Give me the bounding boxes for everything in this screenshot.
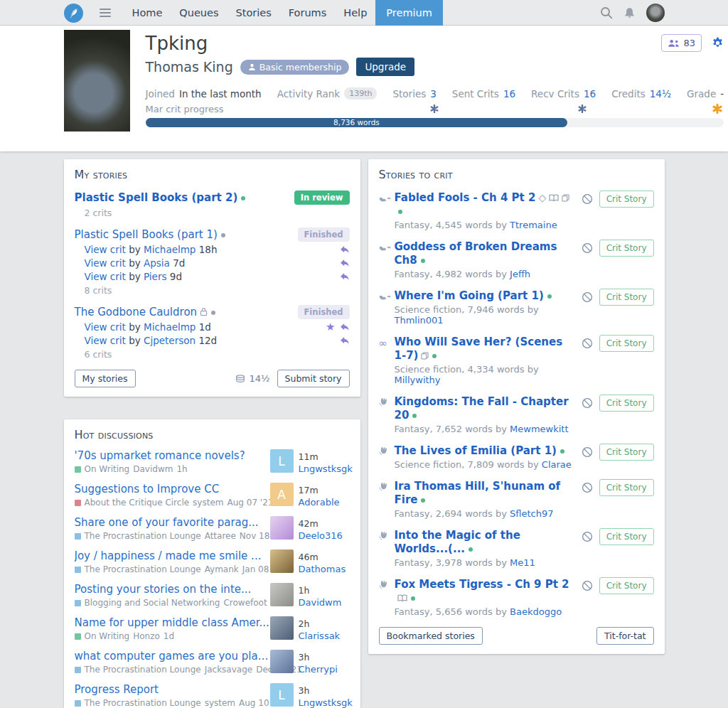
notifications-bell-icon[interactable]: [624, 7, 635, 18]
hide-story-ban-icon[interactable]: [582, 338, 593, 349]
queue-story-title-link[interactable]: Fabled Fools - Ch 4 Pt 2: [395, 191, 536, 204]
author-link[interactable]: Baekdoggo: [510, 606, 562, 617]
last-poster-avatar[interactable]: [270, 549, 294, 573]
crit-story-button[interactable]: Crit Story: [599, 191, 654, 208]
discussion-title-link[interactable]: Progress Report: [75, 683, 270, 696]
queue-story-title-link[interactable]: Fox Meets Tigress - Ch 9 Pt 2: [395, 578, 569, 591]
last-poster-link[interactable]: Lngwstksgk: [299, 697, 353, 708]
menu-icon[interactable]: [100, 9, 111, 17]
author-link[interactable]: Me11: [510, 557, 535, 568]
discussion-title-link[interactable]: Posting your stories on the inte...: [75, 583, 270, 596]
lock-icon: [200, 307, 208, 316]
last-poster-link[interactable]: Dathomas: [299, 563, 346, 575]
author-link[interactable]: Millywithy: [395, 375, 441, 385]
reply-arrow-icon[interactable]: [340, 245, 350, 254]
last-poster-link[interactable]: Deelo316: [299, 530, 343, 542]
last-poster-avatar[interactable]: A: [270, 483, 294, 506]
last-poster-link[interactable]: Cherrypi: [299, 663, 338, 675]
critter-username-link[interactable]: Apsia: [144, 257, 170, 269]
discussion-title-link[interactable]: what computer games are you play...: [75, 650, 270, 663]
nav-link[interactable]: Home: [124, 0, 171, 26]
reply-arrow-icon[interactable]: [340, 323, 350, 332]
story-title-link[interactable]: Plastic Spell Books (part 2): [75, 191, 238, 204]
view-crit-link[interactable]: View crit: [85, 321, 126, 333]
last-poster-avatar[interactable]: L: [270, 683, 294, 707]
settings-gear-icon[interactable]: [712, 37, 724, 49]
last-poster-avatar[interactable]: [270, 583, 294, 606]
critter-username-link[interactable]: Michaelmp: [144, 244, 196, 255]
crit-story-button[interactable]: Crit Story: [599, 444, 654, 461]
discussion-title-link[interactable]: Suggestions to Improve CC: [75, 483, 270, 495]
crit-story-button[interactable]: Crit Story: [599, 479, 654, 496]
queue-story-title-link[interactable]: Where I'm Going (Part 1): [395, 289, 544, 302]
story-title-link[interactable]: Plastic Spell Books (part 1): [75, 228, 218, 241]
crit-goal-star-gold-icon: [712, 104, 722, 114]
reply-arrow-icon[interactable]: [340, 336, 350, 345]
view-crit-link[interactable]: View crit: [85, 244, 126, 255]
nav-link[interactable]: Queues: [171, 0, 227, 26]
hide-story-ban-icon[interactable]: [582, 580, 593, 591]
site-logo[interactable]: [64, 4, 83, 23]
status-dot: [421, 259, 425, 263]
last-poster-avatar[interactable]: [270, 650, 294, 673]
queue-story-title-link[interactable]: The Lives of Emilia (Part 1): [395, 444, 557, 457]
upgrade-button[interactable]: Upgrade: [356, 58, 414, 76]
critter-username-link[interactable]: Piers: [144, 271, 166, 282]
queue-story-title-link[interactable]: Into the Magic of the Worlds...(...: [395, 529, 520, 555]
crit-story-button[interactable]: Crit Story: [599, 395, 654, 412]
discussion-title-link[interactable]: '70s upmarket romance novels?: [75, 449, 245, 462]
crit-story-button[interactable]: Crit Story: [599, 577, 654, 594]
story-title-link[interactable]: The Godbone Cauldron: [75, 306, 198, 318]
nav-link[interactable]: Forums: [280, 0, 336, 26]
author-link[interactable]: Mewmewkitt: [510, 424, 568, 434]
queue-story-title-link[interactable]: Kingdoms: The Fall - Chapter 20: [395, 395, 569, 422]
critter-username-link[interactable]: Cjpeterson: [144, 335, 196, 346]
discussion-title-link[interactable]: Joy / happiness / made me smile ...: [75, 549, 269, 562]
queue-story-title-link[interactable]: Ira Thomas Hill, S'hunam of Fire: [395, 480, 561, 506]
crit-story-button[interactable]: Crit Story: [599, 335, 654, 352]
queue-story-title-link[interactable]: Who Will Save Her? (Scenes 1-7): [395, 336, 563, 362]
thread-date: Aug 07 '21: [228, 498, 274, 508]
hide-story-ban-icon[interactable]: [582, 531, 593, 542]
author-link[interactable]: Clarae: [542, 459, 572, 470]
author-link[interactable]: Sfletch97: [510, 508, 553, 519]
tit-for-tat-button[interactable]: Tit-for-tat: [596, 627, 654, 645]
view-crit-link[interactable]: View crit: [85, 257, 126, 269]
last-poster-link[interactable]: Adorable: [299, 496, 340, 508]
last-poster-avatar[interactable]: L: [270, 449, 294, 473]
crit-story-button[interactable]: Crit Story: [599, 528, 654, 545]
hide-story-ban-icon[interactable]: [582, 291, 593, 303]
bookmarked-stories-button[interactable]: Bookmarked stories: [379, 627, 483, 645]
premium-button[interactable]: Premium: [375, 0, 443, 26]
reply-arrow-icon[interactable]: [340, 272, 350, 281]
crit-story-button[interactable]: Crit Story: [599, 289, 654, 306]
hide-story-ban-icon[interactable]: [582, 482, 593, 493]
last-poster-link[interactable]: Clarissak: [299, 630, 341, 642]
last-poster-avatar[interactable]: [270, 516, 294, 540]
nav-link[interactable]: Stories: [228, 0, 280, 26]
last-poster-link[interactable]: Davidwm: [299, 596, 342, 608]
last-poster-link[interactable]: Lngwstksgk: [299, 463, 353, 475]
author-link[interactable]: Thmlin001: [395, 315, 444, 326]
hide-story-ban-icon[interactable]: [582, 193, 593, 205]
hide-story-ban-icon[interactable]: [582, 446, 593, 458]
last-poster-avatar[interactable]: [270, 616, 294, 640]
hide-story-ban-icon[interactable]: [582, 397, 593, 409]
author-link[interactable]: Ttremaine: [510, 220, 557, 230]
discussion-title-link[interactable]: Name for upper middle class Amer...: [75, 616, 269, 629]
user-avatar[interactable]: [646, 4, 665, 22]
crit-story-button[interactable]: Crit Story: [599, 240, 654, 257]
search-icon[interactable]: [600, 6, 613, 19]
reply-arrow-icon[interactable]: [340, 259, 350, 268]
submit-story-button[interactable]: Submit story: [277, 370, 350, 387]
view-crit-link[interactable]: View crit: [85, 271, 126, 282]
view-crit-link[interactable]: View crit: [85, 335, 126, 346]
critter-username-link[interactable]: Michaelmp: [144, 321, 196, 333]
buddies-count-badge[interactable]: 83: [661, 34, 702, 52]
nav-link[interactable]: Help: [335, 0, 375, 26]
queue-story-title-link[interactable]: Goddess of Broken Dreams Ch8: [395, 240, 557, 267]
author-link[interactable]: Jeffh: [510, 269, 530, 279]
discussion-title-link[interactable]: Share one of your favorite parag...: [75, 516, 270, 529]
hide-story-ban-icon[interactable]: [582, 242, 593, 254]
my-stories-button[interactable]: My stories: [75, 370, 136, 387]
